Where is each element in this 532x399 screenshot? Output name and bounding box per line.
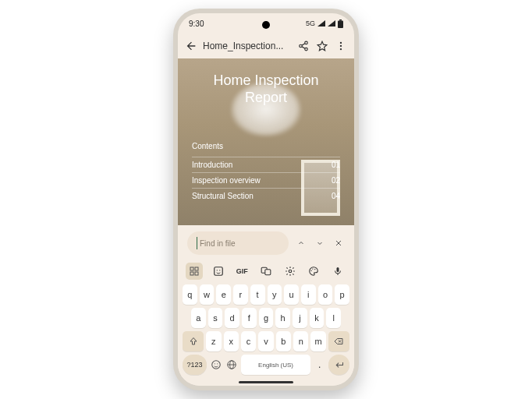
key-d[interactable]: d [225,308,239,328]
backspace-key[interactable] [328,331,349,351]
key-m[interactable]: m [310,331,325,351]
battery-icon [338,19,343,28]
key-v[interactable]: v [258,331,273,351]
sticker-icon[interactable] [210,263,227,280]
key-a[interactable]: a [191,308,206,328]
svg-rect-1 [338,20,343,28]
find-input[interactable]: Find in file [187,231,289,255]
svg-rect-14 [214,267,222,276]
document-content: Home Inspection Report Contents Introduc… [178,58,354,225]
toc-row: Introduction 01 [192,157,340,172]
key-q[interactable]: q [183,284,197,305]
key-x[interactable]: x [224,331,239,351]
key-c[interactable]: c [241,331,256,351]
status-time: 9:30 [189,19,204,28]
share-button[interactable] [296,39,310,53]
find-prev-button[interactable] [295,237,307,249]
svg-rect-13 [195,272,198,275]
language-key[interactable] [225,355,239,375]
key-u[interactable]: u [284,284,299,305]
svg-point-24 [212,361,221,369]
phone-frame: 9:30 5G Home_Inspection... [173,9,359,390]
settings-icon[interactable] [282,263,299,280]
signal-icon-2 [328,20,335,26]
svg-point-4 [305,48,308,51]
svg-rect-12 [190,272,193,275]
svg-point-2 [305,41,308,44]
toc-page: 04 [332,192,340,200]
spacebar[interactable]: English (US) [241,355,310,375]
key-g[interactable]: g [259,308,274,328]
key-j[interactable]: j [293,308,307,328]
key-s[interactable]: s [208,308,223,328]
keyboard-row-3: z x c v b n m [181,331,351,351]
svg-point-15 [216,270,217,270]
keyboard-row-2: a s d f g h j k l [181,308,351,328]
svg-rect-23 [336,267,339,272]
gif-button[interactable]: GIF [233,263,250,280]
document-viewport[interactable]: Home Inspection Report Contents Introduc… [178,58,354,225]
back-button[interactable] [184,39,198,53]
svg-point-8 [340,45,342,47]
toc-label: Introduction [192,161,232,169]
contents-heading: Contents [192,142,340,150]
period-key[interactable]: . [313,355,327,375]
find-next-button[interactable] [314,237,326,249]
symbols-key[interactable]: ?123 [183,355,207,375]
toc-row: Inspection overview 02 [192,172,340,188]
phone-screen: 9:30 5G Home_Inspection... [178,13,354,386]
key-z[interactable]: z [206,331,221,351]
key-y[interactable]: y [268,284,282,305]
keyboard-toolbar: GIF [181,263,351,284]
keyboard: GIF q w e r t y [178,258,354,386]
star-button[interactable] [315,39,329,53]
document-title: Home Inspection Report [192,72,340,106]
toc-label: Inspection overview [192,176,261,185]
palette-icon[interactable] [305,263,322,280]
key-f[interactable]: f [242,308,257,328]
svg-point-25 [214,363,215,364]
svg-rect-10 [190,267,193,270]
key-h[interactable]: h [275,308,290,328]
toc-label: Structural Section [192,192,254,200]
text-caret [197,237,197,249]
app-bar: Home_Inspection... [178,34,354,58]
key-e[interactable]: e [216,284,231,305]
front-camera [262,21,270,29]
svg-rect-0 [339,19,342,21]
key-n[interactable]: n [293,331,308,351]
key-p[interactable]: p [335,284,349,305]
key-w[interactable]: w [200,284,215,305]
toc-page: 02 [332,176,340,185]
key-l[interactable]: l [326,308,341,328]
emoji-key[interactable] [209,355,223,375]
key-o[interactable]: o [318,284,333,305]
key-r[interactable]: r [233,284,248,305]
svg-line-6 [302,47,305,48]
key-i[interactable]: i [301,284,316,305]
key-t[interactable]: t [250,284,265,305]
shift-key[interactable] [183,331,204,351]
keyboard-app-grid-icon[interactable] [186,263,203,280]
svg-rect-11 [195,267,198,270]
toc-page: 01 [332,161,340,169]
keyboard-row-1: q w e r t y u i o p [181,284,351,305]
svg-point-20 [311,270,312,271]
more-button[interactable] [334,39,348,53]
svg-point-7 [340,42,342,44]
svg-point-16 [219,270,220,270]
key-b[interactable]: b [276,331,291,351]
enter-key[interactable] [328,355,349,375]
toc-row: Structural Section 04 [192,188,340,203]
keyboard-row-4: ?123 English (US) . [181,355,351,375]
mic-icon[interactable] [329,263,346,280]
key-k[interactable]: k [310,308,325,328]
gesture-bar[interactable] [239,381,293,383]
svg-point-9 [340,48,342,50]
find-in-file-panel: Find in file [178,225,354,258]
svg-point-26 [217,363,218,364]
svg-point-21 [312,268,313,269]
translate-icon[interactable] [257,263,275,280]
document-filename: Home_Inspection... [203,41,292,51]
find-close-button[interactable] [332,237,345,249]
